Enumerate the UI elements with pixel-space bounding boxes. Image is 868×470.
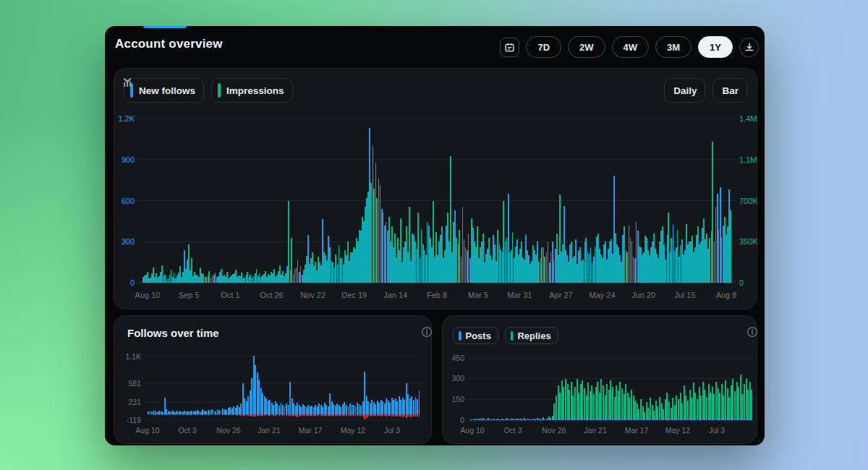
chevron-down-icon [124,78,131,83]
svg-text:Mar 5: Mar 5 [468,291,488,299]
download-icon [744,42,754,52]
granularity-label: Daily [673,85,697,96]
svg-text:Sep 5: Sep 5 [179,291,200,299]
range-4w-button[interactable]: 4W [612,36,650,58]
metric2-dropdown[interactable]: Impressions [211,78,293,103]
metric2-accent-bar [218,83,221,98]
svg-text:Jan 21: Jan 21 [258,426,281,435]
page-title: Account overview [115,37,223,51]
posts-replies-bar-chart: 4503001500Aug 10Oct 3Nov 26Jan 21Mar 17M… [443,316,758,445]
svg-text:Jul 3: Jul 3 [709,426,725,435]
metric1-label: New follows [139,85,195,96]
follows-bar-chart: 1.1K581231-119Aug 10Oct 3Nov 26Jan 21Mar… [114,316,433,445]
svg-text:Mar 31: Mar 31 [507,291,532,299]
svg-text:581: 581 [128,379,141,388]
svg-text:Apr 27: Apr 27 [549,291,572,299]
analytics-window: Account overview 7D 2W 4W 3M 1Y [105,26,765,445]
svg-text:231: 231 [128,398,141,406]
svg-text:Mar 17: Mar 17 [299,426,323,435]
range-2w-button[interactable]: 2W [568,36,605,58]
svg-text:Nov 26: Nov 26 [216,426,240,435]
svg-text:Oct 3: Oct 3 [178,426,196,435]
svg-text:Jun 20: Jun 20 [631,291,655,299]
svg-text:600: 600 [122,197,135,205]
svg-text:May 24: May 24 [590,291,616,299]
svg-text:Dec 19: Dec 19 [341,291,367,299]
svg-text:350K: 350K [739,237,758,246]
svg-text:May 12: May 12 [341,426,366,435]
svg-text:1.1K: 1.1K [125,352,141,361]
svg-text:0: 0 [739,278,744,287]
overview-chart-panel: 00300350K600700K9001.1M1.2K1.4MAug 10Sep… [114,68,757,309]
svg-text:May 12: May 12 [665,426,691,435]
range-7d-button[interactable]: 7D [526,36,561,58]
svg-text:450: 450 [451,354,464,362]
range-1y-button[interactable]: 1Y [698,36,733,58]
svg-text:-119: -119 [127,416,141,424]
svg-text:Aug 10: Aug 10 [460,426,484,435]
main-bar-chart: 00300350K600700K9001.1M1.2K1.4MAug 10Sep… [114,69,758,310]
svg-text:Jan 21: Jan 21 [584,426,607,435]
svg-text:Aug 8: Aug 8 [716,291,737,299]
svg-text:Jul 15: Jul 15 [674,291,695,299]
svg-text:1.1M: 1.1M [739,155,757,164]
metric1-dropdown[interactable]: New follows [124,78,204,103]
svg-text:Feb 8: Feb 8 [427,291,447,299]
toolbar: 7D 2W 4W 3M 1Y [500,36,759,58]
granularity-dropdown[interactable]: Daily [664,78,705,103]
svg-text:Oct 1: Oct 1 [221,291,239,299]
svg-text:Nov 22: Nov 22 [300,291,326,299]
svg-text:Aug 10: Aug 10 [135,426,159,435]
chart-type-dropdown[interactable]: Bar [712,78,747,103]
window-header: Account overview 7D 2W 4W 3M 1Y [105,26,765,68]
chart-type-label: Bar [722,85,739,96]
svg-text:900: 900 [122,155,135,164]
svg-text:300: 300 [122,237,135,246]
svg-text:Mar 17: Mar 17 [625,426,649,435]
svg-text:Jan 14: Jan 14 [383,291,407,299]
calendar-button[interactable] [500,38,519,57]
svg-text:Oct 26: Oct 26 [260,291,283,299]
desktop-background: Account overview 7D 2W 4W 3M 1Y [0,0,868,470]
chart-controls: New follows Impressions Daily [124,78,747,103]
svg-text:0: 0 [130,278,135,287]
svg-text:Oct 3: Oct 3 [503,426,522,435]
posts-replies-panel: Posts Replies 4503001500Aug 10Oct 3Nov 2… [442,315,757,444]
svg-text:1.4M: 1.4M [739,114,757,123]
range-3m-button[interactable]: 3M [655,36,692,58]
svg-text:Jul 3: Jul 3 [384,426,400,435]
svg-text:700K: 700K [739,197,758,205]
calendar-icon [504,42,515,53]
svg-text:0: 0 [460,416,464,424]
follows-over-time-panel: Follows over time 1.1K581231-119Aug 10Oc… [114,315,432,444]
svg-text:1.2K: 1.2K [118,114,135,123]
svg-text:Aug 10: Aug 10 [135,291,161,299]
download-button[interactable] [739,38,759,57]
svg-text:150: 150 [451,395,464,403]
svg-text:300: 300 [451,374,464,383]
metric2-label: Impressions [226,85,284,96]
svg-text:Nov 26: Nov 26 [542,426,566,435]
